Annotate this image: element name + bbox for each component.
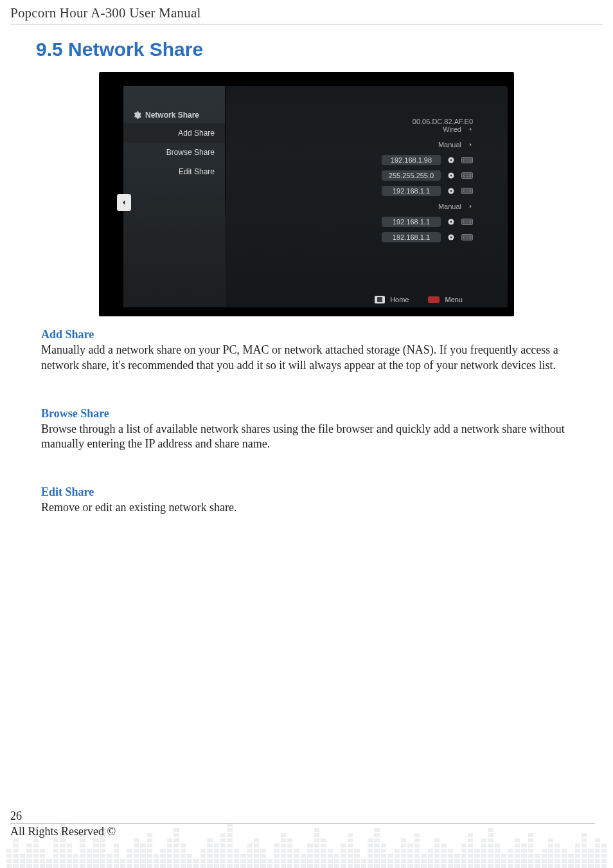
chevron-left-icon xyxy=(121,198,127,207)
gear-icon[interactable] xyxy=(447,233,455,241)
svg-point-9 xyxy=(450,237,452,239)
ip-field-1[interactable]: 192.168.1.98 xyxy=(382,155,441,165)
keyboard-icon[interactable] xyxy=(461,219,473,225)
chevron-right-icon xyxy=(468,204,473,209)
manual-row-2[interactable]: Manual xyxy=(225,199,508,214)
manual-label-2: Manual xyxy=(423,203,461,210)
subnet-field[interactable]: 255.255.255.0 xyxy=(382,170,441,181)
sidebar: Network Share Add Share Browse Share Edi… xyxy=(123,86,225,307)
svg-point-5 xyxy=(450,190,452,192)
section-heading: 9.5 Network Share xyxy=(36,39,603,60)
panel-divider xyxy=(225,86,226,307)
home-label: Home xyxy=(390,296,409,303)
ip-row-1[interactable]: 192.168.1.98 xyxy=(225,152,508,168)
add-share-paragraph: Manually add a network share on your PC,… xyxy=(41,343,596,374)
dns2-row[interactable]: 192.168.1.1 xyxy=(225,230,508,245)
back-button[interactable] xyxy=(117,194,131,211)
svg-point-1 xyxy=(450,159,452,161)
page-footer: 26 All Rights Reserved © xyxy=(10,809,595,838)
sidebar-item-browse-share[interactable]: Browse Share xyxy=(123,143,225,162)
keyboard-icon[interactable] xyxy=(461,234,473,240)
edit-share-paragraph: Remove or edit an existing network share… xyxy=(41,500,596,516)
dns1-row[interactable]: 192.168.1.1 xyxy=(225,214,508,230)
gear-icon[interactable] xyxy=(447,172,455,179)
subnet-row[interactable]: 255.255.255.0 xyxy=(225,168,508,183)
gateway-field[interactable]: 192.168.1.1 xyxy=(382,186,441,196)
main-panel: 00.06.DC.82.AF.E0 Wired Manual 192.168.1… xyxy=(225,86,508,307)
dns2-field[interactable]: 192.168.1.1 xyxy=(382,232,441,242)
browse-share-heading: Browse Share xyxy=(41,407,596,420)
mac-row: 00.06.DC.82.AF.E0 xyxy=(225,86,508,122)
dns1-field[interactable]: 192.168.1.1 xyxy=(382,217,441,227)
screenshot-wrapper: Network Share Add Share Browse Share Edi… xyxy=(99,72,514,316)
doc-header: Popcorn Hour A-300 User Manual xyxy=(10,5,603,24)
home-icon xyxy=(375,296,385,303)
device-screenshot: Network Share Add Share Browse Share Edi… xyxy=(99,72,514,316)
menu-label: Menu xyxy=(445,296,463,303)
screenshot-footer: Home Menu xyxy=(375,296,463,303)
svg-point-7 xyxy=(450,221,452,223)
sidebar-item-edit-share[interactable]: Edit Share xyxy=(123,162,225,181)
add-share-heading: Add Share xyxy=(41,328,596,341)
page-number: 26 xyxy=(10,809,595,823)
chevron-right-icon xyxy=(468,142,473,147)
screenshot-panel: Network Share Add Share Browse Share Edi… xyxy=(123,86,508,307)
home-key: Home xyxy=(375,296,409,303)
keyboard-icon[interactable] xyxy=(461,172,473,179)
document-page: Popcorn Hour A-300 User Manual 9.5 Netwo… xyxy=(0,0,613,868)
browse-share-paragraph: Browse through a list of available netwo… xyxy=(41,422,596,453)
menu-key: Menu xyxy=(428,296,463,303)
sidebar-title: Network Share xyxy=(123,86,225,123)
keyboard-icon[interactable] xyxy=(461,157,473,163)
sidebar-title-label: Network Share xyxy=(145,111,199,120)
wired-label: Wired xyxy=(423,125,461,133)
gear-icon[interactable] xyxy=(447,187,455,195)
manual-row-1[interactable]: Manual xyxy=(225,137,508,152)
decorative-equalizer xyxy=(6,714,607,868)
gear-icon[interactable] xyxy=(447,156,455,164)
body-content: Add Share Manually add a network share o… xyxy=(41,328,596,516)
gear-icon[interactable] xyxy=(447,218,455,226)
menu-icon xyxy=(428,296,440,303)
rights-text: All Rights Reserved © xyxy=(10,823,595,838)
keyboard-icon[interactable] xyxy=(461,188,473,194)
mac-address: 00.06.DC.82.AF.E0 xyxy=(413,118,473,125)
svg-point-3 xyxy=(450,175,452,177)
edit-share-heading: Edit Share xyxy=(41,485,596,499)
manual-label-1: Manual xyxy=(423,141,461,149)
chevron-right-icon xyxy=(468,127,473,132)
sidebar-item-add-share[interactable]: Add Share xyxy=(123,123,225,143)
gear-icon xyxy=(132,111,141,120)
gateway-row[interactable]: 192.168.1.1 xyxy=(225,183,508,199)
